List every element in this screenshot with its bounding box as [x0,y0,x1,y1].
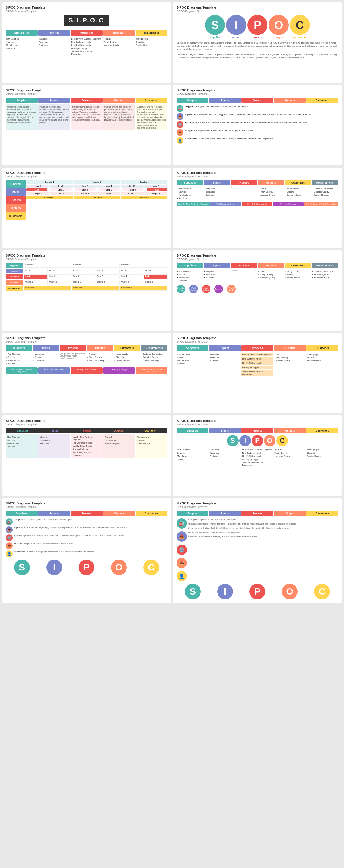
h6-p: Process [231,180,257,185]
supplier-text: Supplier: A supplier is a person or comp… [185,105,248,107]
c8-c3: • Service Holders [285,276,311,279]
row-cnt-s: Supplier 1 Supplier 2 Supplier 3 [24,263,167,268]
c10-i1: Manpower [209,353,241,356]
proc-3: Step 3 [99,188,119,191]
c11-s2: Sources [7,439,36,442]
col3-s-text: This refers to the entities or individua… [7,105,36,124]
def14-c: A customer is the person or company that… [188,535,338,538]
card-8-subtitle: SIPOC Diagrams Template [177,258,338,260]
def-icon-p: ⚙️ [6,534,12,541]
icon-row-customers: 👤 Customers: A customer is the person or… [177,137,338,144]
c6-r3: • Reduced Backlog [312,193,338,196]
c10-o2: Timely Delivery [274,356,306,359]
lbl-inputs: Inputs [6,188,26,196]
c11-o: Product Timely Delivery Increased Qualit… [103,434,135,458]
suppliers-row: Supplier 1 Supplier 2 Supplier 3 [26,180,167,184]
col3-suppliers: This refers to the entities or individua… [6,104,38,130]
c10-i: Manpower Resources Equipment [209,353,241,376]
c12-s3: Manufactures [177,455,208,458]
col3-inputs: Inputs are the materials, information, o… [38,104,70,130]
card-3-header: Supplier Inputs Process Outputs Customer… [6,98,167,103]
i14-o: 📤 [177,558,187,568]
h10-c: Customer [306,345,338,351]
c10-c3: Service Holders [306,359,338,362]
card-7-rows: Suppliers Supplier 1 Supplier 2 Supplier… [6,263,167,291]
card-11: SIPOC Diagrams Template SIPOC Diagrams T… [2,415,171,496]
c11-i3: Equipment [39,442,69,445]
h12-c: Customers [306,428,338,433]
def-icon-o: 📤 [6,542,12,549]
c8-o: • Product • Timely Delivery • Increased … [258,270,284,282]
c9-r1: • Customer Satisfaction [141,352,167,355]
row-lbl-i: Inputs [6,269,23,274]
card-7-subtitle: SIPOC Diagrams Template [6,258,167,260]
c6-i3: • Equipment [204,193,230,196]
c10-p4: Develop Prototype [241,366,273,369]
lbl-outputs: Outputs [6,204,26,212]
card-5-title: SIPOC Diagrams Template [6,171,167,175]
output-desc: An output is the product or service resu… [194,129,254,131]
process-flow-row: Start → Step 1 → Step 2 → Step 3 → Step … [26,188,167,191]
c6-suppliers: • Raw Materials • Sources • Manufactures… [177,187,203,200]
lbl-process: Process [6,196,26,204]
chevron-steps-row: Look for New Customer Segment Find Custo… [177,202,338,206]
customers-label: Customers: A customer is the person or c… [185,137,274,140]
supplier-icon: 🏭 [177,105,183,112]
c9-s1: • Raw Materials [6,352,32,355]
c9-r2: • Expected Quality [141,355,167,359]
c10-s2: Sources [177,356,208,359]
giant-i: I [226,15,246,35]
arr-2: → [199,288,201,290]
c10-s3: Manufactures [177,359,208,362]
s-item-1: Raw Materials [6,37,38,40]
card-14: SIPOC Diagrams Template SIPOC Diagrams T… [173,498,342,603]
c9-c: • Young people • Students • Service Hold… [114,352,140,365]
def-row-o: 📤 Output An output is the product or ser… [6,542,167,549]
c12-c: Young people Students Service Holders [306,448,338,467]
bottom-circles-row: S I P O C [6,560,167,575]
proc-4: Step 4 [123,188,143,191]
h4-i: Inputs [209,98,241,103]
c6-p-note: Process [231,187,257,189]
card-3-table: This refers to the entities or individua… [6,104,167,130]
c8-c1: • Young people [285,270,311,273]
o-box-1: Output 1 [24,280,47,285]
p-step-4: Step 4 [120,274,144,279]
card-8: SIPOC Diagrams Template SIPOC Diagrams T… [173,250,342,331]
out-6: Output 6 [144,192,167,195]
card-6-subtitle: SIPOC Diagrams Template [177,175,338,178]
row-cnt-o: Output 1 Output 2 Output 3 Output 4 Outp… [24,280,167,285]
c6-o2: • Timely Delivery [258,190,284,193]
card-1: SIPOC Diagrams Template SIPOC Diagrams T… [2,2,171,83]
step-5: Test Prototype & Go To Production [304,202,338,206]
def-row-s: 🏭 Suppliers A supplier is a person or co… [6,518,167,525]
dot-1: Look for New [177,285,185,293]
card-8-header: Suppliers Inputs Process Outputs Custome… [177,263,338,268]
dot-2: Find Customer [189,285,198,293]
inputs-label: Inputs: An input is the material, energy… [185,113,310,116]
giant-p: P [247,15,268,35]
c12-o1: Product [274,448,306,452]
card-2-desc: SIPOC is an acronym that stands for Supp… [177,41,338,51]
h11-i: Inputs [39,429,71,432]
i14-c: 👤 [177,571,187,581]
p-item-2: Find Customer Needs [71,40,102,43]
c11-c3: Service Holders [137,442,166,445]
c10-p2: Find Customer Needs [241,357,273,361]
c6-customers: • Young people • Students • Service Hold… [285,187,311,200]
c9-c3: • Service Holders [114,359,140,362]
c8-s3: • Manufactures [177,276,203,279]
c9-c1: • Young people [114,352,140,355]
card-4: SIPOC Diagrams Template SIPOC Diagrams T… [173,85,342,165]
c6-s1: • Raw Materials [177,187,203,190]
c8-o2: • Timely Delivery [258,273,284,276]
giant-c: C [290,15,310,35]
customers-icon: 👤 [177,137,183,144]
process-steps-section: Look for New Customer Segment Find Custo… [177,202,338,206]
def14-i: An input is the material, energy, inform… [188,523,338,525]
sipoc-header-row: SUPPLIERS INPUTS PROCESS OUTPUTS CUSTOME… [6,30,167,36]
output-icon: 📤 [177,129,183,136]
row-lbl-p: Process [6,274,23,279]
h6-o: Outputs [258,180,284,185]
cl-p: P [252,435,263,446]
